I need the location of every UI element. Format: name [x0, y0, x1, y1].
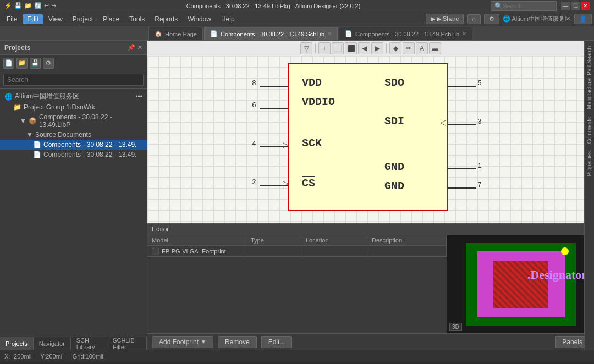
libpkg-file-icon: 📦: [29, 117, 37, 125]
menu-place[interactable]: Place: [98, 14, 124, 24]
user-button[interactable]: 👤: [574, 14, 592, 24]
toolbar-add-button[interactable]: +: [318, 42, 331, 54]
pin-line-5: [448, 86, 476, 87]
status-y: Y:200mil: [41, 353, 64, 360]
share-button[interactable]: ▶ ▶ Share: [426, 14, 464, 24]
title-search-input[interactable]: [503, 3, 547, 9]
toolbar-rectfill-button[interactable]: ⬛: [345, 42, 357, 54]
altium-service: 🌐 Altium中国增值服务区: [503, 15, 571, 23]
side-tab-comments[interactable]: Comments: [585, 114, 593, 147]
left-panel: Projects 📌 ✕ 📄 📁 💾 ⚙ 🌐 Altium中国增值服务区 •••…: [0, 41, 147, 350]
menu-window[interactable]: Window: [183, 14, 216, 24]
panel-tools: 📄 📁 💾 ⚙: [0, 55, 147, 71]
menu-reports[interactable]: Reports: [150, 14, 182, 24]
panel-close-button[interactable]: ✕: [138, 44, 142, 51]
add-footprint-button[interactable]: Add Footprint ▼: [152, 336, 213, 348]
tb-icon5[interactable]: ↪: [51, 2, 56, 9]
tb-icon4[interactable]: ↩: [44, 2, 49, 9]
menu-file[interactable]: File: [2, 14, 21, 24]
new-project-button[interactable]: 📄: [3, 58, 14, 69]
tree-item-pcblib[interactable]: 📄 Components - 30.08.22 - 13.49.: [0, 150, 147, 159]
toolbar-filter-button[interactable]: ▽: [300, 42, 312, 54]
remove-button[interactable]: Remove: [218, 336, 257, 348]
schematic-canvas[interactable]: 8 6 4 2 5 3 1 7 ▷ ▷ ▷ VDD VDDIO SCK CS: [147, 56, 594, 223]
toolbar-diamond-button[interactable]: ◆: [389, 42, 402, 54]
menu-bar: File Edit View Project Place Tools Repor…: [0, 12, 594, 26]
edit-button[interactable]: Edit...: [261, 336, 293, 348]
toolbar-line-button[interactable]: ▬: [429, 42, 441, 54]
arrow-sck: ▷: [283, 140, 289, 149]
tab-schlib-close[interactable]: ✕: [327, 31, 332, 37]
maximize-button[interactable]: ☐: [571, 2, 580, 10]
menu-edit[interactable]: Edit: [23, 14, 43, 24]
app-icon: ⚡: [4, 2, 12, 9]
panel-search-input[interactable]: [3, 74, 144, 86]
tb-icon3[interactable]: 🔄: [34, 2, 42, 9]
tree-item-schlib[interactable]: 📄 Components - 30.08.22 - 13.49.: [0, 140, 147, 150]
panel-pin-button[interactable]: 📌: [128, 44, 135, 51]
tree-item-source-docs[interactable]: ▼ Source Documents: [0, 130, 147, 140]
bottom-tabs: Projects Navigator SCH Library SCHLIB Fi…: [0, 337, 147, 350]
tb-icon1[interactable]: 💾: [14, 2, 22, 9]
pin-num-8: 8: [252, 79, 256, 87]
pin-num-7: 7: [477, 181, 482, 189]
toolbar-sep2: [386, 43, 387, 53]
panels-label: Panels: [562, 338, 582, 346]
tab-schlib[interactable]: 📄 Components - 30.08.22 - 13.49.SchLib ✕: [204, 27, 338, 40]
toolbar-next-button[interactable]: ▶: [371, 42, 383, 54]
side-tab-manufacturer[interactable]: Manufacturer Part Search: [585, 43, 593, 113]
open-project-button[interactable]: 📁: [16, 58, 28, 69]
search-icon: 🔍: [494, 2, 503, 10]
right-side-tabs: Manufacturer Part Search Comments Proper…: [584, 41, 594, 350]
bottom-tab-projects[interactable]: Projects: [0, 337, 34, 350]
menu-view[interactable]: View: [44, 14, 67, 24]
home-button[interactable]: ⌂: [467, 14, 481, 24]
col-type: Type: [246, 235, 301, 245]
right-panel: ▽ + ⬜ ⬛ ◀ ▶ ◆ ✏ A ▬: [147, 41, 594, 350]
toolbar-pencil-button[interactable]: ✏: [403, 42, 415, 54]
pin-line-7: [448, 187, 476, 189]
pin-num-6: 6: [252, 101, 256, 109]
label-cs: CS: [302, 177, 315, 190]
more-icon[interactable]: •••: [135, 93, 142, 101]
settings-button[interactable]: ⚙: [484, 14, 499, 24]
remove-label: Remove: [225, 338, 250, 346]
close-button[interactable]: ✕: [581, 2, 590, 10]
side-tab-properties[interactable]: Properties: [585, 148, 593, 180]
add-footprint-dropdown-icon[interactable]: ▼: [201, 339, 206, 345]
minimize-button[interactable]: —: [561, 2, 570, 10]
tab-home-page[interactable]: 🏠 Home Page: [148, 27, 203, 40]
source-docs-icon: ▼: [26, 131, 33, 139]
tree-item-altium-service[interactable]: 🌐 Altium中国增值服务区 •••: [0, 91, 147, 102]
tree-item-project-group[interactable]: 📁 Project Group 1.DsnWrk: [0, 102, 147, 112]
bottom-tab-schlibrary[interactable]: SCH Library: [71, 337, 107, 350]
project-settings-button[interactable]: ⚙: [43, 58, 54, 69]
tab-pcblib-close[interactable]: ✕: [462, 31, 466, 37]
pin-num-1: 1: [477, 162, 482, 170]
menu-project[interactable]: Project: [68, 14, 97, 24]
label-gnd1: GND: [384, 161, 404, 173]
title-search-area[interactable]: 🔍: [491, 1, 557, 11]
toolbar-prev-button[interactable]: ◀: [358, 42, 370, 54]
table-row-footprint[interactable]: ⬛ FP-PG-VLGA- Footprint: [147, 246, 447, 257]
menu-help[interactable]: Help: [217, 14, 239, 24]
arrow-cs: ▷: [283, 179, 289, 187]
main-area: Projects 📌 ✕ 📄 📁 💾 ⚙ 🌐 Altium中国增值服务区 •••…: [0, 41, 594, 350]
add-footprint-label: Add Footprint: [159, 338, 199, 346]
status-bar: X: -200mil Y:200mil Grid:100mil: [0, 350, 594, 362]
pin-num-2: 2: [252, 178, 256, 186]
tree-item-libpkg[interactable]: ▼ 📦 Components - 30.08.22 - 13.49.LibP: [0, 112, 147, 130]
toolbar-rect-button[interactable]: ⬜: [332, 42, 344, 54]
tb-icon2[interactable]: 📁: [24, 2, 32, 9]
label-vddio: VDDIO: [302, 96, 335, 108]
schematic-toolbar: ▽ + ⬜ ⬛ ◀ ▶ ◆ ✏ A ▬: [147, 41, 594, 56]
tab-bar: 🏠 Home Page 📄 Components - 30.08.22 - 13…: [0, 26, 594, 41]
save-project-button[interactable]: 💾: [30, 58, 41, 69]
bottom-tab-navigator[interactable]: Navigator: [34, 337, 71, 350]
table-col-header: Model Type Location Description: [147, 235, 447, 246]
pcb-3d-button[interactable]: 3D: [449, 323, 462, 331]
bottom-tab-schlibfilter[interactable]: SCHLIB Filter: [107, 337, 147, 350]
toolbar-text-button[interactable]: A: [416, 42, 428, 54]
tab-pcblib[interactable]: 📄 Components - 30.08.22 - 13.49.PcbLib ✕: [339, 27, 472, 40]
menu-tools[interactable]: Tools: [125, 14, 149, 24]
